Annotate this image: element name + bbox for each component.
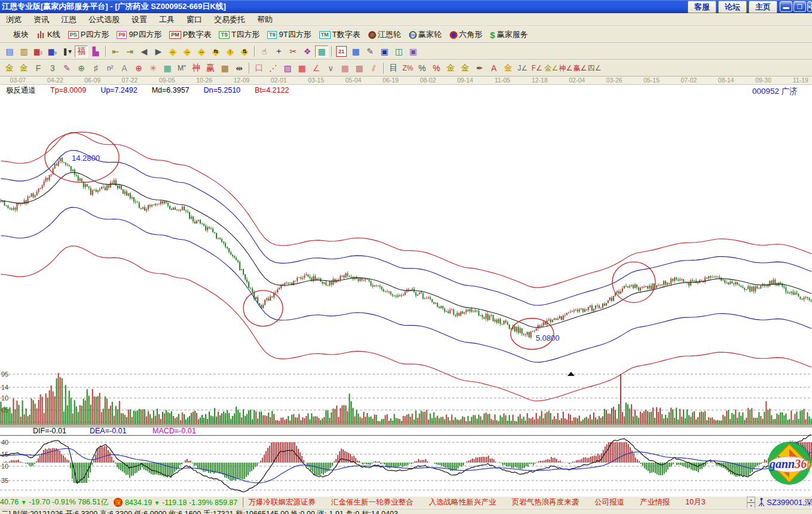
rect-tool-icon[interactable]: 口 (252, 62, 265, 74)
gold-square2-icon[interactable]: 金 (17, 62, 30, 74)
diamond-left-icon[interactable]: ◆← (166, 45, 179, 57)
square-n2-icon[interactable]: n² (103, 62, 117, 74)
percent-red-icon[interactable]: % (430, 62, 443, 74)
feature-blocks[interactable]: 板块 (2, 29, 29, 40)
letter-a-red-icon[interactable]: A (487, 62, 500, 74)
news-item[interactable]: 入选战略性新兴产业 (429, 498, 496, 506)
grid-red2-icon[interactable]: ▩ (353, 62, 366, 74)
gold-angle-icon[interactable]: 金∠ (545, 62, 558, 74)
news-item[interactable]: 汇金催生新一轮券业整合 (331, 498, 414, 506)
menu-8[interactable]: 帮助 (251, 14, 279, 25)
number-grid-icon[interactable]: ▦ (218, 62, 231, 74)
home-button[interactable]: 主页 (749, 1, 777, 13)
feature-ts[interactable]: TST四方形 (219, 29, 259, 40)
diamond-right-icon[interactable]: ◆→ (181, 45, 194, 57)
shaded-box-icon[interactable]: ▨ (281, 62, 294, 74)
gold-line-icon[interactable]: 金 (459, 62, 472, 74)
feature-kline[interactable]: K线 (36, 29, 60, 40)
feature-ps[interactable]: PSP四方形 (68, 29, 109, 40)
parallel-lines-icon[interactable]: ⫽ (367, 62, 380, 74)
menu-7[interactable]: 交易委托 (208, 14, 251, 25)
minimize-button[interactable]: ▬ (780, 1, 792, 12)
feature-p9[interactable]: P99P四方形 (117, 29, 161, 40)
bar-chart9-icon[interactable]: ▆₉ (46, 45, 59, 57)
news-list-icon[interactable]: ▥ (17, 45, 30, 57)
feature-hexagon[interactable]: 六角形 (450, 29, 483, 40)
menu-4[interactable]: 设置 (126, 14, 153, 25)
calendar-icon[interactable]: 21 (335, 45, 348, 57)
menu-3[interactable]: 公式选股 (83, 14, 126, 25)
gann-flower-icon[interactable]: ❖ (301, 45, 314, 57)
menu-1[interactable]: 资讯 (28, 14, 55, 25)
diamond-hexpand-icon[interactable]: ◆↔ (195, 45, 208, 57)
feature-winner-wheel[interactable]: Big赢家轮 (409, 29, 442, 40)
menu-0[interactable]: 浏览 (0, 14, 28, 25)
four-angle-icon[interactable]: 四∠ (588, 62, 601, 74)
cut-tool-icon[interactable]: ✂ (286, 45, 300, 57)
measure-icon[interactable]: 目 (387, 62, 400, 74)
news-ticker[interactable]: 万爆冷联姻宏源证券汇金催生新一轮券业整合入选战略性新兴产业页岩气热浪再度来袭公司… (243, 497, 744, 507)
check-line-icon[interactable]: ∨ (324, 62, 337, 74)
jump-first-icon[interactable]: ⇤ (109, 45, 122, 57)
news-item[interactable]: 公司报道 (594, 498, 624, 506)
news-item[interactable]: 产业情报 (640, 498, 670, 506)
grid-red-icon[interactable]: ▦ (338, 62, 352, 74)
chart-area[interactable]: 极反通道Tp=8.0009Up=7.2492Md=6.3957Dn=5.2510… (0, 85, 812, 496)
panel-icon[interactable]: ▤ (3, 45, 16, 57)
feature-pm[interactable]: PMP数字表 (169, 29, 211, 40)
angle-line-icon[interactable]: ∠ (310, 62, 323, 74)
fibonacci-icon[interactable]: F (32, 62, 45, 74)
red-grid-icon[interactable]: ▦ (295, 62, 309, 74)
color-histogram-icon[interactable]: ▙ (89, 45, 102, 57)
gold-square-icon[interactable]: 金 (3, 62, 16, 74)
ink-pen-icon[interactable]: ✒ (473, 62, 486, 74)
grid-lines-icon[interactable]: ♯ (89, 62, 102, 74)
ying-angle-icon[interactable]: 赢∠ (573, 62, 587, 74)
hand-tool-icon[interactable]: ☝ (258, 45, 271, 57)
bar-chart3-icon[interactable]: ▆₃ (32, 45, 45, 57)
star-grid-icon[interactable]: ✳ (146, 62, 160, 74)
j-angle-icon[interactable]: J∠ (516, 62, 529, 74)
gann-circle-icon[interactable]: ⊕ (75, 62, 88, 74)
pattern-fu-icon[interactable]: 福 (75, 45, 88, 57)
fan-lines-icon[interactable]: ⋰ (267, 62, 280, 74)
calculator-icon[interactable]: ▦ (349, 45, 362, 57)
width-adjust-icon[interactable]: ⇹ (233, 62, 246, 74)
save-icon[interactable]: ▣ (378, 45, 391, 57)
shen-angle-icon[interactable]: 神∠ (559, 62, 572, 74)
close-button[interactable]: ✕ (807, 1, 812, 12)
export-chart-icon[interactable]: ◫ (392, 45, 405, 57)
gold-circle-icon[interactable]: 金 (444, 62, 457, 74)
text-label-icon[interactable]: A (118, 62, 131, 74)
prev-page-icon[interactable]: ◀ (138, 45, 151, 57)
crosshair-icon[interactable]: ＋ (272, 45, 285, 57)
kline-chart[interactable]: 14.28005.080095141005DIF=-0.01DEA=-0.01M… (0, 85, 812, 496)
diamond-hcompress-icon[interactable]: ◆⇆ (209, 45, 222, 57)
menu-2[interactable]: 江恩 (55, 14, 83, 25)
diamond-vexpand-icon[interactable]: ◆↕ (224, 45, 237, 57)
shen-tool-icon[interactable]: 神 (190, 62, 203, 74)
feature-gann-wheel[interactable]: 江恩轮 (368, 29, 401, 40)
forum-button[interactable]: 论坛 (718, 1, 747, 13)
percent-icon[interactable]: % (416, 62, 429, 74)
grid-box-icon[interactable]: ▦ (161, 62, 174, 74)
candle-style-icon[interactable]: ❚▾ (60, 45, 74, 57)
toolbox-icon[interactable]: ▣ (407, 45, 420, 57)
menu-5[interactable]: 工具 (153, 14, 181, 25)
three-point-icon[interactable]: 3 (46, 62, 59, 74)
f-angle-icon[interactable]: F∠ (530, 62, 544, 74)
draw-pen-icon[interactable]: ✎ (60, 62, 74, 74)
feature-winner-service[interactable]: $赢家服务 (490, 29, 528, 40)
notebook-icon[interactable]: ✎ (364, 45, 377, 57)
menu-6[interactable]: 窗口 (181, 14, 208, 25)
next-page-icon[interactable]: ▶ (152, 45, 165, 57)
news-spinner[interactable]: ▲▼ (747, 497, 755, 509)
service-button[interactable]: 客服 (688, 1, 716, 13)
index-link[interactable]: SZ399001,深证成 (767, 497, 812, 508)
compass-icon[interactable]: ⊕ (132, 62, 145, 74)
percent-angle-icon[interactable]: Z% (401, 62, 414, 74)
news-item[interactable]: 10月3 (685, 498, 705, 506)
ying-tool-icon[interactable]: 赢 (204, 62, 217, 74)
diamond-vcompress-icon[interactable]: ◆⇅ (238, 45, 251, 57)
maximize-button[interactable]: ❐ (793, 1, 806, 12)
